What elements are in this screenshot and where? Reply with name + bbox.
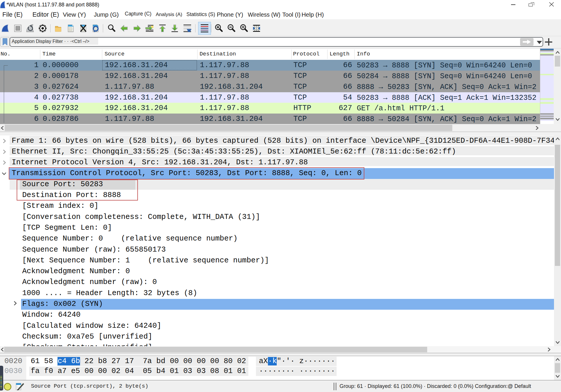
- svg-text:01: 01: [17, 386, 18, 387]
- svg-text:0101: 0101: [69, 30, 72, 32]
